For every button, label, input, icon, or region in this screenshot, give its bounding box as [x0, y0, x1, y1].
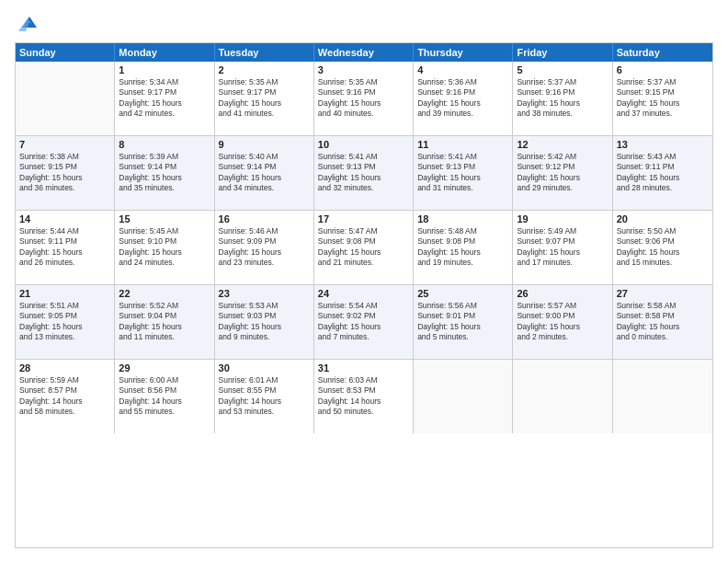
cell-line: and 15 minutes.: [617, 258, 709, 268]
cell-line: Sunrise: 5:47 AM: [318, 226, 409, 236]
cell-line: Sunrise: 5:42 AM: [517, 152, 608, 162]
cell-line: Sunrise: 5:38 AM: [19, 152, 110, 162]
cell-line: Sunrise: 5:52 AM: [119, 301, 210, 311]
cell-line: Sunset: 9:14 PM: [119, 162, 210, 172]
calendar-cell: 23Sunrise: 5:53 AMSunset: 9:03 PMDayligh…: [215, 285, 314, 359]
cell-line: and 26 minutes.: [19, 258, 110, 268]
day-number: 8: [119, 139, 210, 150]
cell-line: Sunset: 9:15 PM: [617, 87, 709, 98]
day-number: 15: [119, 213, 210, 224]
calendar-cell: 12Sunrise: 5:42 AMSunset: 9:12 PMDayligh…: [513, 136, 612, 210]
cell-line: Sunrise: 5:34 AM: [119, 77, 210, 87]
calendar-cell: 5Sunrise: 5:37 AMSunset: 9:16 PMDaylight…: [513, 62, 612, 135]
cell-line: Daylight: 15 hours: [417, 322, 508, 332]
cell-line: Daylight: 15 hours: [219, 98, 310, 109]
cell-line: and 24 minutes.: [119, 258, 210, 268]
calendar-row-0: 1Sunrise: 5:34 AMSunset: 9:17 PMDaylight…: [16, 62, 712, 136]
day-number: 19: [517, 213, 608, 224]
calendar-header: SundayMondayTuesdayWednesdayThursdayFrid…: [16, 43, 712, 62]
cell-line: Daylight: 15 hours: [119, 322, 210, 332]
cell-line: Sunset: 8:53 PM: [318, 385, 409, 396]
cell-line: and 29 minutes.: [517, 183, 608, 193]
day-number: 1: [119, 64, 210, 75]
cell-line: and 42 minutes.: [119, 109, 210, 119]
cell-line: Sunset: 9:16 PM: [318, 87, 409, 98]
cell-line: and 0 minutes.: [617, 332, 709, 342]
calendar-cell: 27Sunrise: 5:58 AMSunset: 8:58 PMDayligh…: [613, 285, 712, 359]
header-day-thursday: Thursday: [414, 43, 513, 62]
cell-line: and 35 minutes.: [119, 183, 210, 193]
logo-icon: [18, 11, 40, 33]
cell-line: Sunset: 9:17 PM: [219, 87, 310, 98]
day-number: 4: [417, 64, 508, 75]
cell-line: Daylight: 15 hours: [417, 173, 508, 183]
calendar-cell: 4Sunrise: 5:36 AMSunset: 9:16 PMDaylight…: [414, 62, 513, 135]
calendar-cell: 6Sunrise: 5:37 AMSunset: 9:15 PMDaylight…: [613, 62, 712, 135]
day-number: 17: [318, 213, 409, 224]
calendar-cell: 2Sunrise: 5:35 AMSunset: 9:17 PMDaylight…: [215, 62, 314, 135]
cell-line: Sunrise: 5:54 AM: [318, 301, 409, 311]
day-number: 21: [19, 288, 110, 299]
cell-line: Sunrise: 6:00 AM: [119, 375, 210, 385]
calendar-cell: 21Sunrise: 5:51 AMSunset: 9:05 PMDayligh…: [16, 285, 115, 359]
cell-line: and 23 minutes.: [219, 258, 310, 268]
day-number: 7: [19, 139, 110, 150]
calendar-cell: 17Sunrise: 5:47 AMSunset: 9:08 PMDayligh…: [314, 211, 414, 284]
cell-line: Daylight: 15 hours: [517, 173, 608, 183]
day-number: 11: [417, 139, 508, 150]
cell-line: Sunrise: 5:59 AM: [19, 375, 110, 385]
cell-line: Daylight: 15 hours: [517, 98, 608, 109]
cell-line: Sunrise: 5:56 AM: [417, 301, 508, 311]
cell-line: Sunset: 9:10 PM: [119, 236, 210, 247]
day-number: 3: [318, 64, 409, 75]
calendar-cell: 7Sunrise: 5:38 AMSunset: 9:15 PMDaylight…: [16, 136, 115, 210]
calendar-body: 1Sunrise: 5:34 AMSunset: 9:17 PMDaylight…: [16, 62, 712, 433]
day-number: 12: [517, 139, 608, 150]
header-day-friday: Friday: [513, 43, 612, 62]
cell-line: and 40 minutes.: [318, 109, 409, 119]
cell-line: Sunset: 9:05 PM: [19, 311, 110, 321]
day-number: 28: [19, 362, 110, 373]
cell-line: Daylight: 15 hours: [19, 173, 110, 183]
cell-line: Daylight: 15 hours: [318, 247, 409, 258]
cell-line: Sunset: 9:08 PM: [417, 236, 508, 247]
calendar-cell: 9Sunrise: 5:40 AMSunset: 9:14 PMDaylight…: [215, 136, 314, 210]
calendar-cell: 1Sunrise: 5:34 AMSunset: 9:17 PMDaylight…: [115, 62, 214, 135]
cell-line: Sunrise: 5:49 AM: [517, 226, 608, 236]
cell-line: Sunrise: 5:41 AM: [318, 152, 409, 162]
calendar-cell: 30Sunrise: 6:01 AMSunset: 8:55 PMDayligh…: [215, 360, 314, 433]
day-number: 22: [119, 288, 210, 299]
day-number: 25: [417, 288, 508, 299]
calendar-cell: 14Sunrise: 5:44 AMSunset: 9:11 PMDayligh…: [16, 211, 115, 284]
day-number: 6: [617, 64, 709, 75]
calendar-cell: 31Sunrise: 6:03 AMSunset: 8:53 PMDayligh…: [314, 360, 414, 433]
calendar-cell: [513, 360, 612, 433]
calendar-cell: 28Sunrise: 5:59 AMSunset: 8:57 PMDayligh…: [16, 360, 115, 433]
day-number: 18: [417, 213, 508, 224]
cell-line: Sunset: 9:00 PM: [517, 311, 608, 321]
cell-line: Sunrise: 5:58 AM: [617, 301, 709, 311]
day-number: 26: [517, 288, 608, 299]
cell-line: Daylight: 15 hours: [219, 247, 310, 258]
calendar-cell: [16, 62, 115, 135]
calendar-cell: 20Sunrise: 5:50 AMSunset: 9:06 PMDayligh…: [613, 211, 712, 284]
cell-line: Sunrise: 5:39 AM: [119, 152, 210, 162]
cell-line: Sunrise: 5:37 AM: [617, 77, 709, 87]
cell-line: Daylight: 14 hours: [19, 396, 110, 407]
cell-line: Sunset: 8:57 PM: [19, 385, 110, 396]
cell-line: Sunrise: 5:35 AM: [219, 77, 310, 87]
calendar-cell: 24Sunrise: 5:54 AMSunset: 9:02 PMDayligh…: [314, 285, 414, 359]
cell-line: Daylight: 15 hours: [617, 322, 709, 332]
calendar-cell: 18Sunrise: 5:48 AMSunset: 9:08 PMDayligh…: [414, 211, 513, 284]
cell-line: Daylight: 15 hours: [318, 98, 409, 109]
cell-line: Sunrise: 5:44 AM: [19, 226, 110, 236]
cell-line: Sunrise: 5:46 AM: [219, 226, 310, 236]
cell-line: Sunset: 9:17 PM: [119, 87, 210, 98]
cell-line: Sunset: 9:09 PM: [219, 236, 310, 247]
cell-line: Sunrise: 5:43 AM: [617, 152, 709, 162]
cell-line: and 19 minutes.: [417, 258, 508, 268]
calendar-cell: 16Sunrise: 5:46 AMSunset: 9:09 PMDayligh…: [215, 211, 314, 284]
cell-line: Sunset: 9:11 PM: [19, 236, 110, 247]
cell-line: Daylight: 15 hours: [219, 173, 310, 183]
cell-line: Daylight: 15 hours: [318, 173, 409, 183]
